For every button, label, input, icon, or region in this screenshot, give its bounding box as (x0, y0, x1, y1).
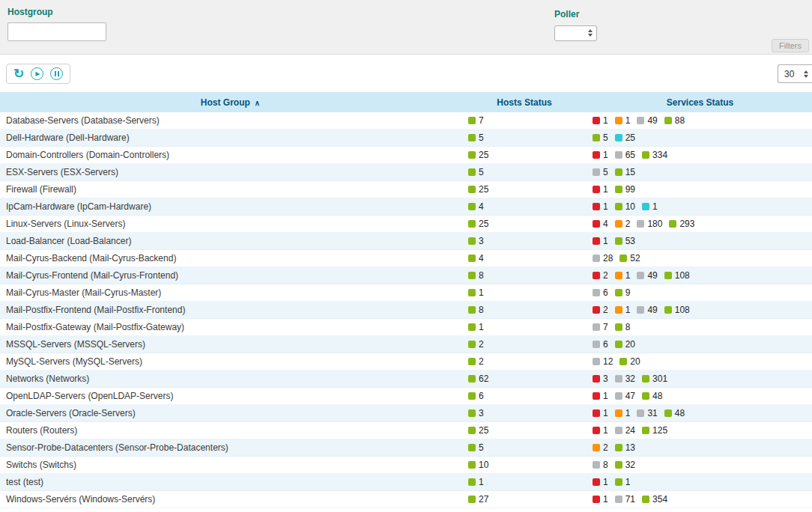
status-badge-warning[interactable]: 1 (615, 115, 631, 126)
filters-tab[interactable]: Filters (772, 39, 809, 52)
status-badge-unknown[interactable]: 24 (615, 425, 635, 436)
status-badge-unknown[interactable]: 28 (593, 253, 613, 263)
status-badge-critical[interactable]: 1 (593, 201, 608, 212)
status-badge-ok[interactable]: 354 (642, 494, 667, 505)
status-badge-critical[interactable]: 2 (593, 270, 608, 281)
hostgroup-name-link[interactable]: Database-Servers (Database-Servers) (6, 115, 160, 126)
status-badge-ok[interactable]: 20 (615, 339, 635, 350)
column-header-services-status[interactable]: Services Status (588, 97, 812, 108)
poller-select[interactable] (554, 25, 597, 41)
hostgroup-name-link[interactable]: Dell-Hardware (Dell-Hardware) (6, 132, 130, 143)
status-badge-critical[interactable]: 1 (593, 408, 608, 418)
status-badge-ok[interactable]: 15 (615, 167, 635, 177)
status-badge-ok[interactable]: 301 (642, 374, 667, 384)
status-badge-ok[interactable]: 108 (664, 270, 690, 281)
status-badge-unknown[interactable]: 32 (615, 374, 635, 384)
hostgroup-name-link[interactable]: IpCam-Hardware (IpCam-Hardware) (6, 201, 151, 212)
hostgroup-input[interactable] (7, 22, 106, 41)
status-badge-up[interactable]: 6 (468, 391, 484, 401)
status-badge-up[interactable]: 25 (468, 150, 488, 160)
hostgroup-name-link[interactable]: Load-Balancer (Load-Balancer) (6, 236, 131, 246)
status-badge-unknown[interactable]: 7 (593, 322, 608, 332)
status-badge-ok[interactable]: 32 (615, 460, 635, 470)
status-badge-pending[interactable]: 25 (615, 132, 635, 143)
status-badge-up[interactable]: 7 (468, 115, 484, 126)
status-badge-warning[interactable]: 1 (615, 270, 631, 281)
status-badge-critical[interactable]: 1 (593, 236, 608, 246)
status-badge-ok[interactable]: 334 (642, 150, 667, 160)
status-badge-up[interactable]: 5 (468, 442, 484, 453)
status-badge-ok[interactable]: 52 (619, 253, 640, 263)
hostgroup-name-link[interactable]: Domain-Controllers (Domain-Controllers) (6, 150, 169, 160)
hostgroup-name-link[interactable]: test (test) (6, 477, 43, 487)
hostgroup-name-link[interactable]: Mail-Cyrus-Frontend (Mail-Cyrus-Frontend… (6, 270, 178, 281)
status-badge-up[interactable]: 10 (468, 460, 488, 470)
status-badge-up[interactable]: 25 (468, 219, 488, 229)
hostgroup-name-link[interactable]: Firewall (Firewall) (6, 184, 76, 195)
hostgroup-name-link[interactable]: Switchs (Switchs) (6, 460, 76, 470)
status-badge-warning[interactable]: 1 (615, 408, 631, 418)
hostgroup-name-link[interactable]: OpenLDAP-Servers (OpenLDAP-Servers) (6, 391, 173, 401)
status-badge-ok[interactable]: 20 (619, 356, 640, 367)
status-badge-ok[interactable]: 13 (615, 442, 635, 453)
status-badge-critical[interactable]: 1 (593, 477, 608, 487)
page-size-select[interactable]: 30 (778, 64, 812, 83)
status-badge-unknown[interactable]: 65 (615, 150, 635, 160)
status-badge-ok[interactable]: 48 (642, 391, 662, 401)
hostgroup-name-link[interactable]: Oracle-Servers (Oracle-Servers) (6, 408, 136, 418)
status-badge-up[interactable]: 1 (468, 477, 484, 487)
hostgroup-name-link[interactable]: Routers (Routers) (6, 425, 77, 436)
hostgroup-name-link[interactable]: Sensor-Probe-Datacenters (Sensor-Probe-D… (6, 442, 228, 453)
status-badge-up[interactable]: 2 (468, 356, 484, 367)
hostgroup-name-link[interactable]: Mail-Postfix-Frontend (Mail-Postfix-Fron… (6, 305, 185, 315)
status-badge-ok[interactable]: 9 (615, 287, 631, 298)
status-badge-up[interactable]: 8 (468, 270, 484, 281)
hostgroup-name-link[interactable]: ESX-Servers (ESX-Servers) (6, 167, 118, 177)
status-badge-critical[interactable]: 4 (593, 219, 608, 229)
status-badge-ok[interactable]: 88 (664, 115, 685, 126)
status-badge-critical[interactable]: 1 (593, 184, 608, 195)
column-header-hosts-status[interactable]: Hosts Status (461, 97, 588, 108)
hostgroup-name-link[interactable]: Linux-Servers (Linux-Servers) (6, 219, 125, 229)
status-badge-ok[interactable]: 1 (615, 477, 631, 487)
status-badge-critical[interactable]: 1 (593, 150, 608, 160)
status-badge-up[interactable]: 27 (468, 494, 488, 505)
status-badge-ok[interactable]: 108 (664, 305, 690, 315)
column-header-hostgroup[interactable]: Host Group∧ (0, 97, 461, 108)
pause-icon[interactable] (50, 67, 63, 80)
status-badge-critical[interactable]: 1 (593, 115, 608, 126)
status-badge-up[interactable]: 8 (468, 305, 484, 315)
hostgroup-name-link[interactable]: Networks (Networks) (6, 374, 89, 384)
status-badge-warning[interactable]: 1 (615, 305, 631, 315)
status-badge-critical[interactable]: 1 (593, 425, 608, 436)
status-badge-unknown[interactable]: 49 (637, 115, 657, 126)
status-badge-up[interactable]: 4 (468, 253, 484, 263)
status-badge-unknown[interactable]: 71 (615, 494, 635, 505)
status-badge-ok[interactable]: 48 (664, 408, 685, 418)
status-badge-up[interactable]: 2 (468, 339, 484, 350)
status-badge-ok[interactable]: 125 (642, 425, 667, 436)
status-badge-unknown[interactable]: 49 (637, 305, 657, 315)
status-badge-up[interactable]: 3 (468, 236, 484, 246)
status-badge-unknown[interactable]: 180 (637, 219, 662, 229)
status-badge-up[interactable]: 1 (468, 287, 484, 298)
status-badge-ok[interactable]: 10 (615, 201, 635, 212)
hostgroup-name-link[interactable]: MSSQL-Servers (MSSQL-Servers) (6, 339, 145, 350)
status-badge-up[interactable]: 5 (468, 132, 484, 143)
hostgroup-name-link[interactable]: Windows-Servérs (Windows-Servérs) (6, 494, 155, 505)
status-badge-up[interactable]: 25 (468, 184, 488, 195)
status-badge-warning[interactable]: 2 (615, 219, 631, 229)
status-badge-up[interactable]: 5 (468, 167, 484, 177)
status-badge-ok[interactable]: 53 (615, 236, 635, 246)
status-badge-critical[interactable]: 3 (593, 374, 608, 384)
status-badge-critical[interactable]: 2 (593, 305, 608, 315)
hostgroup-name-link[interactable]: MySQL-Servers (MySQL-Servers) (6, 356, 142, 367)
status-badge-up[interactable]: 4 (468, 201, 484, 212)
status-badge-ok[interactable]: 99 (615, 184, 635, 195)
status-badge-unknown[interactable]: 49 (637, 270, 657, 281)
status-badge-unknown[interactable]: 31 (637, 408, 657, 418)
status-badge-unknown[interactable]: 6 (593, 339, 608, 350)
refresh-icon[interactable]: ↻ (13, 67, 24, 80)
status-badge-up[interactable]: 25 (468, 425, 488, 436)
status-badge-unknown[interactable]: 47 (615, 391, 635, 401)
